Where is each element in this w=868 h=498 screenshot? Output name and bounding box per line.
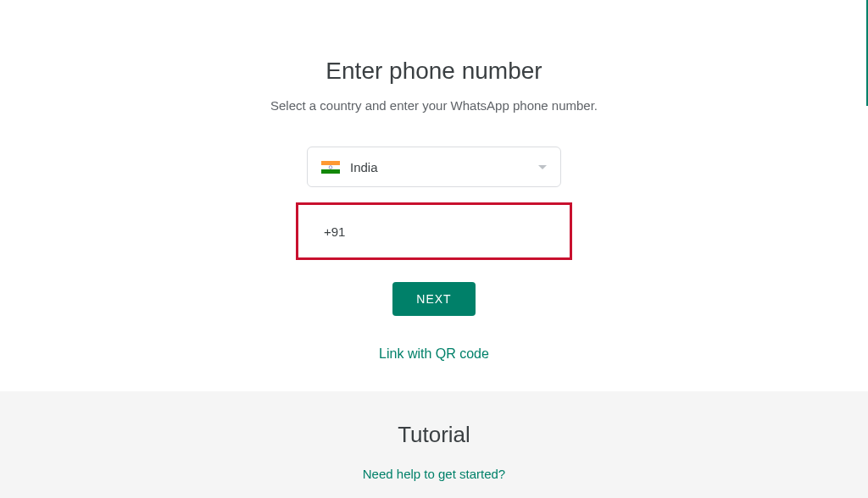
tutorial-title: Tutorial [398, 422, 470, 448]
phone-entry-panel: Enter phone number Select a country and … [0, 0, 868, 362]
india-flag-icon [321, 161, 340, 174]
page-title: Enter phone number [326, 58, 542, 85]
page-subtitle: Select a country and enter your WhatsApp… [270, 98, 598, 113]
svg-rect-2 [321, 169, 340, 174]
svg-rect-0 [321, 161, 340, 165]
tutorial-help-link[interactable]: Need help to get started? [363, 467, 505, 481]
selected-country-label: India [350, 160, 538, 174]
link-with-qr-code-link[interactable]: Link with QR code [379, 346, 489, 362]
tutorial-section: Tutorial Need help to get started? [0, 391, 868, 498]
next-button[interactable]: NEXT [392, 282, 475, 316]
country-selector[interactable]: India [307, 147, 561, 187]
phone-number-input[interactable]: +91 [296, 202, 572, 260]
chevron-down-icon [538, 165, 547, 169]
country-code-prefix: +91 [324, 224, 345, 239]
